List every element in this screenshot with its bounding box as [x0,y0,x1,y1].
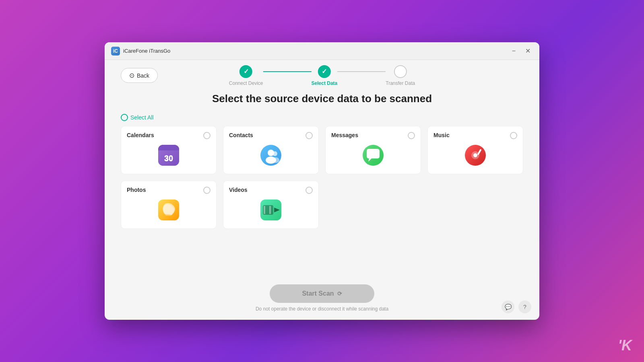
step-connect: ✓ Connect Device [229,65,263,86]
svg-rect-2 [158,148,179,150]
radio-videos[interactable] [305,187,313,194]
footer-icons: 💬 ? [502,300,531,313]
help-button[interactable]: ? [518,300,531,313]
data-card-music[interactable]: Music [427,126,523,174]
card-icon-center-contacts [229,145,313,166]
card-icon-center-music [433,145,517,166]
scan-icon: ⟳ [337,290,342,297]
start-scan-button[interactable]: Start Scan ⟳ [270,284,374,303]
top-row: ⊙ Back ✓ Connect Device ✓ [121,68,523,83]
card-top-calendars: Calendars [127,132,211,139]
card-label-calendars: Calendars [127,132,154,138]
photos-icon [158,200,179,220]
empty-slot-4 [427,181,523,229]
svg-rect-1 [158,145,179,150]
empty-slot-3 [325,181,421,229]
data-grid-row2: Photos [121,181,523,229]
data-grid-row1: Calendars [121,126,523,174]
calendar-icon: 30 [158,145,179,166]
page-heading: Select the source device data to be scan… [121,93,523,105]
svg-point-4 [163,146,166,149]
radio-contacts[interactable] [305,132,313,139]
step-circle-transfer [394,65,407,78]
svg-point-5 [171,146,174,149]
back-button[interactable]: ⊙ Back [121,68,158,83]
radio-calendars[interactable] [203,132,211,139]
card-top-contacts: Contacts [229,132,313,139]
step-line-2 [337,71,386,72]
scan-section: Start Scan ⟳ Do not operate the device o… [121,284,523,312]
watermark: 'K [618,337,632,354]
chat-button[interactable]: 💬 [502,300,514,313]
card-icon-center-videos [229,200,313,220]
music-icon [465,145,486,166]
svg-point-9 [272,151,277,156]
checkmark-icon: ✓ [244,68,249,75]
svg-point-10 [272,157,279,163]
messages-icon [363,145,384,166]
checkmark-icon-2: ✓ [322,68,327,75]
step-circle-connect: ✓ [239,65,252,78]
data-card-messages[interactable]: Messages [325,126,421,174]
radio-messages[interactable] [408,132,415,139]
step-transfer: Transfer Data [386,65,415,86]
main-content: ⊙ Back ✓ Connect Device ✓ [105,60,539,320]
select-all-radio[interactable] [121,114,128,121]
app-title: iCareFone iTransGo [123,48,170,54]
calendar-svg: 30 [158,145,179,166]
card-icon-center-photos [127,200,211,220]
card-top-music: Music [433,132,517,139]
scan-note: Do not operate the device or disconnect … [256,306,388,312]
app-icon: iC [111,47,120,56]
svg-rect-0 [158,145,179,166]
data-card-contacts[interactable]: Contacts [223,126,319,174]
card-icon-center-messages [331,145,415,166]
data-card-photos[interactable]: Photos [121,181,217,229]
card-top-photos: Photos [127,187,211,194]
data-card-videos[interactable]: Videos [223,181,319,229]
card-label-videos: Videos [229,187,248,193]
select-all-label[interactable]: Select All [121,114,523,121]
svg-point-14 [473,153,477,157]
minimize-button[interactable]: − [510,46,518,56]
svg-text:30: 30 [164,154,173,162]
radio-photos[interactable] [203,187,211,194]
step-label-connect: Connect Device [229,80,263,86]
step-circle-select: ✓ [318,65,331,78]
step-label-transfer: Transfer Data [386,80,415,86]
titlebar-left: iC iCareFone iTransGo [111,47,170,56]
back-circle-icon: ⊙ [129,72,134,79]
svg-rect-21 [269,206,271,214]
card-label-music: Music [433,132,450,138]
step-line-1 [263,71,312,72]
select-all-row: Select All [121,114,523,121]
card-icon-center-calendars: 30 [127,145,211,166]
data-card-calendars[interactable]: Calendars [121,126,217,174]
card-top-messages: Messages [331,132,415,139]
card-label-contacts: Contacts [229,132,253,138]
radio-music[interactable] [510,132,517,139]
videos-icon [260,200,281,220]
titlebar: iC iCareFone iTransGo − ✕ [105,42,539,60]
titlebar-controls: − ✕ [510,46,533,56]
svg-rect-20 [264,206,265,214]
card-label-messages: Messages [331,132,358,138]
contacts-icon [260,145,281,166]
close-button[interactable]: ✕ [523,46,533,56]
card-label-photos: Photos [127,187,146,193]
stepper: ✓ Connect Device ✓ Select Data [229,65,415,86]
step-select: ✓ Select Data [312,65,338,86]
app-window: iC iCareFone iTransGo − ✕ ⊙ Back ✓ [105,42,539,320]
step-label-select: Select Data [312,80,338,86]
card-top-videos: Videos [229,187,313,194]
